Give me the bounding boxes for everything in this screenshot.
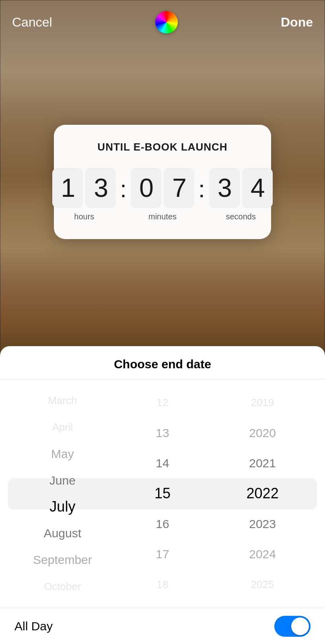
colon-2: : [198,175,205,214]
done-button[interactable]: Done [281,15,313,30]
picker-item[interactable]: 14 [125,448,200,479]
picker-item[interactable]: 18 [125,570,200,600]
colon-1: : [120,175,127,214]
bottom-bar: All Day [0,608,325,644]
picker-item[interactable]: 2021 [200,448,325,479]
picker-item[interactable]: June [0,467,125,494]
picker-item[interactable]: 2020 [200,418,325,448]
choose-end-date-label: Choose end date [114,357,211,371]
hours-digit-2: 3 [85,168,116,208]
countdown-title: UNTIL E-BOOK LAUNCH [70,141,255,153]
minutes-digit-2: 7 [164,168,194,208]
hours-group: 1 3 hours [52,168,116,221]
all-day-label: All Day [14,619,53,633]
cancel-button[interactable]: Cancel [12,15,52,30]
picker-item[interactable]: July [0,494,125,520]
month-picker-column[interactable]: MarchAprilMayJuneJulyAugustSeptemberOcto… [0,380,125,608]
picker-item[interactable]: 2022 [200,479,325,509]
year-picker-column[interactable]: 2019202020212022202320242025 [200,380,325,608]
minutes-group: 0 7 minutes [131,168,194,221]
picker-item[interactable]: 17 [125,539,200,569]
picker-item[interactable]: 12 [125,388,200,418]
bottom-sheet: Choose end date MarchAprilMayJuneJulyAug… [0,346,325,644]
date-picker[interactable]: MarchAprilMayJuneJulyAugustSeptemberOcto… [0,380,325,608]
picker-item[interactable]: 2024 [200,539,325,569]
picker-item[interactable]: 2019 [200,388,325,418]
hours-digits: 1 3 [52,168,116,208]
picker-item[interactable]: 15 [125,479,200,509]
picker-item[interactable]: 2023 [200,509,325,539]
minutes-digit-1: 0 [131,168,161,208]
minutes-digits: 0 7 [131,168,194,208]
top-bar: Cancel Done [0,0,325,36]
picker-item[interactable]: April [0,414,125,441]
seconds-digit-1: 3 [209,168,240,208]
seconds-digit-2: 4 [242,168,273,208]
countdown-display: 1 3 hours : 0 7 minutes : 3 4 seconds [70,168,255,221]
seconds-group: 3 4 seconds [209,168,273,221]
picker-item[interactable]: March [0,388,125,414]
picker-item[interactable]: May [0,441,125,467]
hours-label: hours [74,212,94,221]
date-picker-header: Choose end date [0,346,325,380]
picker-item[interactable]: September [0,547,125,573]
picker-item[interactable]: 16 [125,509,200,539]
seconds-digits: 3 4 [209,168,273,208]
picker-item[interactable]: August [0,520,125,547]
picker-item[interactable]: 13 [125,418,200,448]
picker-item[interactable]: 2025 [200,570,325,600]
picker-item[interactable]: October [0,573,125,600]
seconds-label: seconds [226,212,256,221]
hours-digit-1: 1 [52,168,83,208]
minutes-label: minutes [148,212,177,221]
day-picker-column[interactable]: 12131415161718 [125,380,200,608]
all-day-toggle[interactable] [274,616,311,637]
countdown-card: UNTIL E-BOOK LAUNCH 1 3 hours : 0 7 minu… [54,125,271,239]
color-wheel-icon[interactable] [155,11,178,33]
toggle-thumb [291,617,309,635]
